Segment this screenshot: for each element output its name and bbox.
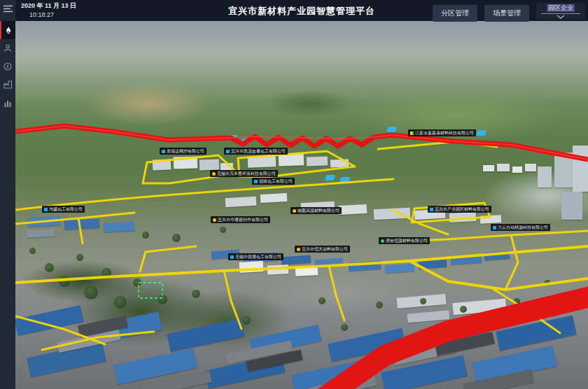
- gauge-icon: [4, 62, 12, 71]
- company-labels-layer: 奥瑞达阀控有限公司宜兴市凯茂金馨化工有限公司无锡市万木春环保科技有限公司德臻化工…: [15, 21, 588, 389]
- company-label-text: 宜兴市恒大涂料有限公司: [302, 246, 348, 252]
- company-marker-icon: [381, 239, 384, 243]
- company-marker-icon: [293, 209, 296, 213]
- company-label-text: 力云自动精选科技有限公司: [498, 225, 548, 230]
- sidebar-item-stats[interactable]: [0, 94, 15, 112]
- company-label[interactable]: 无锡市圆通化工有限公司: [228, 253, 284, 260]
- bar-chart-icon: [4, 99, 12, 107]
- company-marker-icon: [297, 248, 300, 251]
- company-marker-icon: [213, 218, 216, 222]
- company-label-text: 江苏永嘉昌泰材料科技有限公司: [415, 130, 474, 136]
- zone-manage-button[interactable]: 分区管理: [433, 5, 477, 22]
- header-actions: 分区管理 场景管理 园区企业: [433, 3, 585, 22]
- factory-icon: [4, 80, 13, 89]
- company-label-text: 奥瑞达阀控有限公司: [167, 148, 204, 154]
- chevron-down-icon: [556, 15, 565, 19]
- company-label[interactable]: 宜兴市华通密封件有限公司: [211, 216, 270, 223]
- company-marker-icon: [226, 150, 230, 153]
- company-label[interactable]: 德臻化工有限公司: [252, 178, 295, 185]
- company-label[interactable]: 宜兴市产业园区材料有限公司: [428, 206, 491, 213]
- company-label[interactable]: 宜兴市恒大涂料有限公司: [295, 246, 350, 253]
- company-marker-icon: [410, 132, 414, 135]
- sidebar-item-user[interactable]: [0, 39, 15, 57]
- scene-manage-button[interactable]: 场景管理: [484, 5, 529, 22]
- company-marker-icon: [230, 255, 234, 259]
- company-marker-icon: [254, 180, 258, 183]
- company-label[interactable]: 江苏永嘉昌泰材料科技有限公司: [408, 129, 476, 136]
- company-label[interactable]: 奥瑞达阀控有限公司: [160, 148, 206, 155]
- company-marker-icon: [493, 226, 496, 229]
- company-label[interactable]: 宜兴市凯茂金馨化工有限公司: [224, 148, 288, 155]
- header-bar: 2020 年 11 月 13 日 10:18:27 宜兴市新材料产业园智慧管理平…: [15, 0, 588, 21]
- company-label-text: 无锡市万木春环保科技有限公司: [217, 171, 276, 176]
- menu-icon[interactable]: [0, 0, 15, 17]
- company-label-text: 宜兴市华通密封件有限公司: [218, 217, 268, 222]
- app-window: 2020 年 11 月 13 日 10:18:27 宜兴市新材料产业园智慧管理平…: [0, 0, 588, 389]
- company-label-text: 德臻化工有限公司: [259, 178, 293, 184]
- company-label-text: 翰墨高温材料有限公司: [298, 208, 340, 213]
- dropdown-selected-label: 园区企业: [547, 4, 575, 12]
- sidebar-item-energy[interactable]: [0, 57, 15, 76]
- user-icon: [4, 44, 12, 52]
- park-enterprise-dropdown[interactable]: 园区企业: [536, 3, 585, 20]
- company-marker-icon: [44, 208, 48, 211]
- company-label-text: 宜兴市凯茂金馨化工有限公司: [231, 148, 286, 154]
- company-label[interactable]: 无锡市万木春环保科技有限公司: [210, 170, 278, 177]
- company-marker-icon: [212, 172, 216, 176]
- company-label[interactable]: 翰墨高温材料有限公司: [290, 207, 342, 214]
- company-label-text: 宜兴市产业园区材料有限公司: [435, 206, 489, 212]
- sidebar-item-factory[interactable]: [0, 76, 15, 94]
- company-marker-icon: [430, 208, 433, 211]
- map-3d-view[interactable]: 奥瑞达阀控有限公司宜兴市凯茂金馨化工有限公司无锡市万木春环保科技有限公司德臻化工…: [15, 21, 588, 389]
- dropdown-divider: [541, 13, 580, 14]
- company-label-text: 灌南恒源材料有限公司: [386, 238, 428, 243]
- company-label[interactable]: 力云自动精选科技有限公司: [491, 224, 550, 231]
- sidebar: [0, 0, 15, 389]
- sidebar-item-fire[interactable]: [0, 21, 15, 39]
- company-label-text: 无锡市圆通化工有限公司: [235, 254, 281, 260]
- company-marker-icon: [162, 150, 165, 153]
- company-label[interactable]: 灌南恒源材料有限公司: [379, 237, 430, 244]
- flame-icon: [4, 26, 13, 35]
- company-label-text: 鸿盛化工有限公司: [49, 206, 83, 212]
- company-label[interactable]: 鸿盛化工有限公司: [42, 206, 85, 213]
